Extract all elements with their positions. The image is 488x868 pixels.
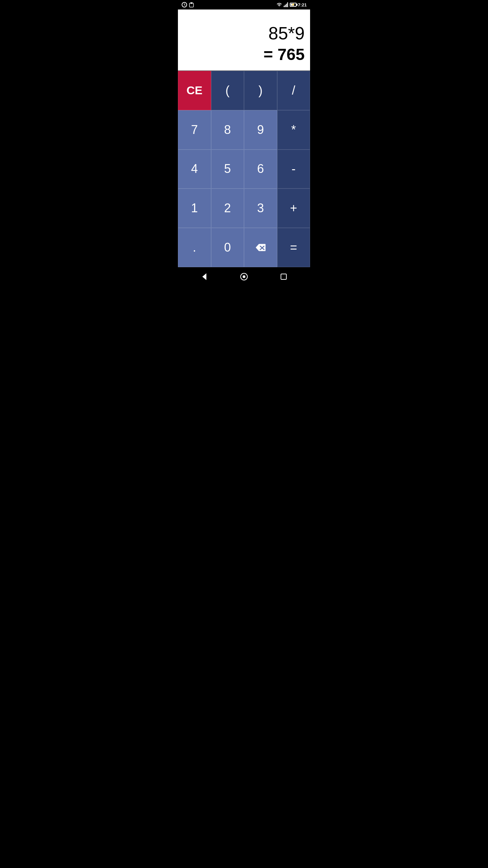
svg-rect-8 [287, 2, 288, 7]
recents-button[interactable] [279, 272, 288, 281]
seven-button[interactable]: 7 [178, 110, 211, 150]
home-button[interactable] [239, 272, 249, 281]
close-paren-button[interactable]: ) [244, 71, 277, 110]
four-button[interactable]: 4 [178, 150, 211, 189]
svg-rect-6 [285, 5, 286, 7]
status-icons-right: ⚡ 7:21 [276, 2, 307, 7]
svg-rect-4 [190, 2, 192, 4]
battery-icon: ⚡ [290, 3, 297, 7]
zero-button[interactable]: 0 [211, 228, 244, 267]
result-display: = 765 [183, 46, 305, 68]
status-bar: ⚡ 7:21 [178, 0, 310, 9]
dot-button[interactable]: . [178, 228, 211, 267]
one-button[interactable]: 1 [178, 189, 211, 228]
svg-rect-14 [281, 274, 286, 279]
backspace-icon [255, 243, 267, 252]
wifi-icon [276, 2, 282, 7]
three-button[interactable]: 3 [244, 189, 277, 228]
backspace-button[interactable] [244, 228, 277, 267]
signal-icon [284, 2, 288, 7]
status-icons-left [181, 2, 194, 8]
ce-button[interactable]: CE [178, 71, 211, 110]
plus-button[interactable]: + [277, 189, 310, 228]
keypad: CE ( ) / 7 8 9 * 4 5 6 - 1 2 3 + . 0 = [178, 71, 310, 267]
eight-button[interactable]: 8 [211, 110, 244, 150]
expression-display: 85*9 [183, 24, 305, 43]
two-button[interactable]: 2 [211, 189, 244, 228]
five-button[interactable]: 5 [211, 150, 244, 189]
alarm-icon [181, 2, 187, 8]
equals-button[interactable]: = [277, 228, 310, 267]
svg-line-2 [184, 5, 185, 5]
svg-point-13 [243, 275, 245, 278]
nine-button[interactable]: 9 [244, 110, 277, 150]
open-paren-button[interactable]: ( [211, 71, 244, 110]
sim-icon [189, 2, 194, 7]
back-button[interactable] [200, 272, 209, 281]
calculator-display: 85*9 = 765 [178, 9, 310, 71]
svg-marker-11 [202, 273, 206, 280]
nav-bar [178, 267, 310, 286]
six-button[interactable]: 6 [244, 150, 277, 189]
status-time: 7:21 [298, 2, 307, 7]
divide-button[interactable]: / [277, 71, 310, 110]
minus-button[interactable]: - [277, 150, 310, 189]
multiply-button[interactable]: * [277, 110, 310, 150]
svg-rect-5 [284, 6, 285, 7]
svg-rect-7 [286, 4, 287, 7]
